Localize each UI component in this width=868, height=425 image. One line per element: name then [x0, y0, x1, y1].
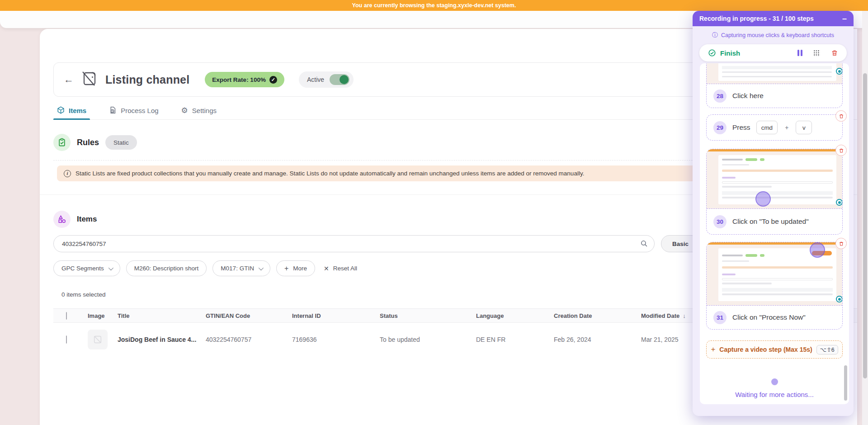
chevron-down-icon	[108, 265, 113, 270]
rules-title: Rules	[77, 138, 99, 147]
col-image[interactable]: Image	[88, 312, 118, 319]
step-screenshot-thumbnail[interactable]	[707, 149, 842, 209]
key-joiner: +	[785, 124, 788, 131]
click-indicator	[810, 242, 825, 258]
pause-button[interactable]	[797, 50, 803, 56]
capture-video-step-button[interactable]: + Capture a video step (Max 15s) ⌥⇧6	[706, 340, 843, 359]
delete-step-button[interactable]	[835, 110, 847, 122]
check-circle-icon	[708, 49, 716, 57]
steps-scrollbar-thumb[interactable]	[844, 365, 847, 401]
cell-gtin: 4032254760757	[206, 336, 292, 343]
active-toggle[interactable]	[330, 74, 349, 85]
tab-items[interactable]: Items	[56, 102, 87, 119]
chevron-down-icon	[259, 265, 264, 270]
plus-icon: +	[711, 345, 715, 354]
page-scrollbar-thumb[interactable]	[863, 73, 867, 378]
toggle-knob	[340, 75, 349, 84]
filter-gpc-segments-label: GPC Segments	[61, 265, 104, 272]
capture-info-text: Capturing mouse clicks & keyboard shortc…	[721, 32, 834, 38]
step-label: Click on "To be updated"	[732, 217, 809, 226]
filter-description-short-label: M260: Description short	[134, 265, 199, 272]
tab-settings-label: Settings	[192, 107, 217, 114]
steps-list[interactable]: 28 Click here 29 Press cmd + v	[700, 63, 849, 404]
recording-status-title: Recording in progress - 31 / 100 steps	[699, 15, 814, 22]
col-status[interactable]: Status	[380, 312, 476, 319]
shapes-icon	[53, 211, 71, 228]
finish-button[interactable]: Finish	[708, 49, 740, 57]
search-input[interactable]	[53, 235, 655, 252]
filter-description-short[interactable]: M260: Description short	[126, 260, 207, 276]
cell-title[interactable]: JosiDog Beef in Sauce 4...	[118, 336, 206, 343]
step-item-31[interactable]: 31 Click on "Process Now"	[706, 242, 843, 330]
check-circle-icon: ✓	[269, 76, 277, 84]
row-checkbox[interactable]	[66, 335, 67, 344]
step-anchor-dot[interactable]	[836, 68, 842, 75]
step-caption: 30 Click on "To be updated"	[707, 209, 842, 234]
cell-internal-id: 7169636	[292, 336, 380, 343]
delete-step-button[interactable]	[835, 238, 847, 249]
col-creation-date[interactable]: Creation Date	[554, 312, 641, 319]
cell-creation-date: Feb 26, 2024	[554, 336, 641, 343]
select-all-checkbox[interactable]	[66, 312, 67, 320]
col-gtin[interactable]: GTIN/EAN Code	[206, 312, 292, 319]
discard-recording-button[interactable]	[831, 49, 838, 57]
step-anchor-dot[interactable]	[836, 199, 842, 206]
sort-desc-icon: ↓	[683, 312, 686, 319]
step-number-badge: 29	[713, 121, 726, 134]
thumbnail-page	[718, 155, 836, 204]
tab-settings[interactable]: ⚙ Settings	[180, 102, 217, 119]
info-circle-icon: ⓘ	[712, 31, 718, 39]
search-box	[53, 235, 655, 252]
step-item-28[interactable]: 28 Click here	[706, 63, 843, 108]
step-anchor-dot[interactable]	[836, 296, 842, 302]
rules-static-badge: Static	[105, 135, 137, 150]
filters-row: GPC Segments M260: Description short M01…	[53, 260, 357, 276]
step-item-30[interactable]: 30 Click on "To be updated"	[706, 149, 843, 235]
step-caption: 28 Click here	[707, 84, 842, 108]
cube-icon	[57, 106, 65, 115]
step-number-badge: 31	[713, 311, 726, 324]
staging-environment-banner: You are currently browsing the staging.x…	[0, 0, 868, 11]
col-internal-id[interactable]: Internal ID	[292, 312, 380, 319]
page-scrollbar[interactable]	[862, 11, 868, 425]
rules-section-header: Rules Static	[53, 134, 137, 151]
step-screenshot-thumbnail[interactable]	[707, 63, 842, 84]
selected-count: 0 items selected	[61, 291, 106, 298]
cell-status: To be updated	[380, 336, 476, 343]
rules-clipboard-icon	[53, 134, 71, 151]
page-title: Listing channel	[105, 73, 189, 86]
reset-all-button[interactable]: ✕ Reset All	[324, 265, 357, 272]
col-title[interactable]: Title	[118, 312, 206, 319]
close-icon: ✕	[324, 265, 329, 272]
capture-info: ⓘ Capturing mouse clicks & keyboard shor…	[693, 31, 854, 39]
delete-step-button[interactable]	[835, 145, 847, 156]
filter-gtin[interactable]: M017: GTIN	[212, 260, 270, 276]
tab-process-log[interactable]: Process Log	[108, 102, 159, 119]
finish-label: Finish	[720, 49, 740, 57]
back-button[interactable]: ←	[64, 75, 74, 85]
blur-tool-icon[interactable]	[813, 50, 820, 57]
step-screenshot-thumbnail[interactable]	[707, 242, 842, 306]
col-modified-date-label: Modified Date	[641, 312, 679, 319]
click-indicator	[755, 191, 771, 207]
filter-gpc-segments[interactable]: GPC Segments	[53, 260, 120, 276]
active-toggle-group: Active	[299, 71, 354, 88]
col-language[interactable]: Language	[476, 312, 554, 319]
more-filters-label: More	[293, 265, 307, 272]
info-icon: i	[64, 170, 71, 177]
tab-items-label: Items	[69, 107, 86, 114]
minimize-icon[interactable]: –	[842, 14, 847, 23]
capture-video-label: Capture a video step (Max 15s)	[719, 346, 812, 353]
step-label: Click on "Process Now"	[732, 313, 806, 321]
step-number-badge: 28	[713, 90, 726, 103]
notice-text: Static Lists are fixed product collectio…	[75, 170, 584, 177]
search-icon[interactable]	[640, 240, 648, 249]
more-filters-button[interactable]: + More	[276, 260, 315, 276]
recording-panel-header[interactable]: Recording in progress - 31 / 100 steps –	[693, 11, 854, 26]
step-caption: 29 Press cmd + v	[707, 115, 842, 140]
step-item-29[interactable]: 29 Press cmd + v	[706, 114, 843, 141]
cell-language: DE EN FR	[476, 336, 554, 343]
export-rate-badge: Export Rate: 100% ✓	[205, 72, 284, 87]
step-number-badge: 30	[713, 215, 726, 228]
active-label: Active	[307, 76, 324, 83]
